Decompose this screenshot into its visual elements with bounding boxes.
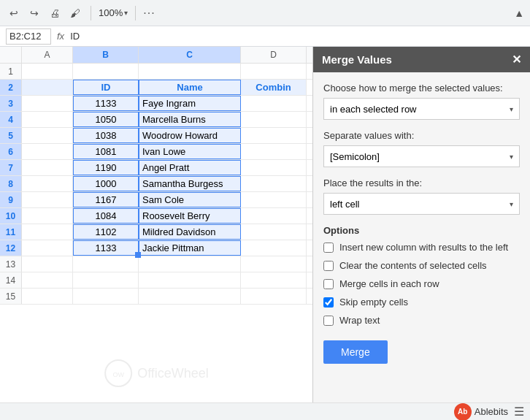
place-results-dropdown[interactable]: left cell ▾ [323,193,520,215]
cell-d15[interactable] [241,289,307,304]
merge-method-dropdown[interactable]: in each selected row ▾ [323,98,520,120]
merge-cells-label[interactable]: Merge cells in each row [339,278,439,289]
cell-d5[interactable] [241,128,307,143]
cell-a1[interactable] [22,64,73,79]
cell-d14[interactable] [241,272,307,288]
skip-empty-checkbox[interactable] [323,297,334,308]
merge-method-chevron-icon: ▾ [510,105,513,113]
paint-icon[interactable]: 🖌 [67,5,83,21]
cell-c15[interactable] [139,289,241,304]
cell-d4[interactable] [241,112,307,127]
cell-b14[interactable] [73,272,139,288]
cell-d9[interactable] [241,192,307,207]
cell-c14[interactable] [139,272,241,288]
wrap-text-label[interactable]: Wrap text [339,315,380,326]
clear-contents-label[interactable]: Clear the contents of selected cells [339,260,487,271]
cell-c12[interactable]: Jackie Pittman [139,240,241,256]
cell-b11[interactable]: 1102 [73,224,139,240]
col-header-c[interactable]: C [139,47,241,63]
cell-b1[interactable] [73,64,139,79]
cell-b15[interactable] [73,289,139,304]
cell-a4[interactable] [22,112,73,127]
cell-b6[interactable]: 1081 [73,144,139,159]
cell-c9[interactable]: Sam Cole [139,192,241,207]
insert-column-label[interactable]: Insert new column with results to the le… [339,242,508,253]
formula-bar: B2:C12 fx ID [0,26,530,47]
svg-point-0 [105,360,131,386]
panel-title: Merge Values [322,53,392,66]
main-content: A B C D 1 2 ID Name Combin [0,47,530,402]
cell-a9[interactable] [22,192,73,207]
col-header-b[interactable]: B [73,47,139,63]
merge-button[interactable]: Merge [323,340,388,364]
insert-column-checkbox[interactable] [323,243,334,253]
print-icon[interactable]: 🖨 [47,5,63,21]
cell-a15[interactable] [22,289,73,304]
collapse-icon[interactable]: ▲ [514,7,524,19]
cell-c2[interactable]: Name [139,80,241,95]
cell-a3[interactable] [22,96,73,111]
panel-close-button[interactable]: ✕ [512,53,521,66]
separator-dropdown[interactable]: [Semicolon] ▾ [323,145,520,167]
menu-icon[interactable]: ☰ [514,405,524,419]
cell-d8[interactable] [241,176,307,191]
zoom-select[interactable]: 100% ▾ [99,7,128,18]
cell-reference-box[interactable]: B2:C12 [6,28,51,45]
cell-a8[interactable] [22,176,73,191]
cell-d10[interactable] [241,208,307,224]
cell-a11[interactable] [22,224,73,240]
cell-a14[interactable] [22,272,73,288]
cell-a5[interactable] [22,128,73,143]
cell-d11[interactable] [241,224,307,240]
cell-d12[interactable] [241,240,307,256]
cell-d1[interactable] [241,64,307,79]
cell-b7[interactable]: 1190 [73,160,139,175]
cell-a7[interactable] [22,160,73,175]
cell-c5[interactable]: Woodrow Howard [139,128,241,143]
cell-c13[interactable] [139,256,241,272]
more-options-icon[interactable]: ··· [143,7,155,20]
cell-b8[interactable]: 1000 [73,176,139,191]
cell-b3[interactable]: 1133 [73,96,139,111]
skip-empty-label[interactable]: Skip empty cells [339,297,408,308]
cell-d6[interactable] [241,144,307,159]
cell-b13[interactable] [73,256,139,272]
cell-b10[interactable]: 1084 [73,208,139,224]
table-row: 4 1050 Marcella Burns [0,112,312,128]
cell-d13[interactable] [241,256,307,272]
cell-b9[interactable]: 1167 [73,192,139,207]
cell-c4[interactable]: Marcella Burns [139,112,241,127]
cell-d3[interactable] [241,96,307,111]
cell-b12[interactable]: 1133 [73,240,139,256]
col-header-a[interactable]: A [22,47,73,63]
cell-d2[interactable]: Combin [241,80,307,95]
cell-c1[interactable] [139,64,241,79]
formula-value: ID [70,31,80,42]
cell-c11[interactable]: Mildred Davidson [139,224,241,240]
cell-a2[interactable] [22,80,73,95]
cell-b5[interactable]: 1038 [73,128,139,143]
cell-c6[interactable]: Ivan Lowe [139,144,241,159]
cell-c7[interactable]: Angel Pratt [139,160,241,175]
resize-handle[interactable] [135,252,141,258]
cell-b2[interactable]: ID [73,80,139,95]
cell-a6[interactable] [22,144,73,159]
toolbar: ↩ ↪ 🖨 🖌 100% ▾ ··· ▲ [0,0,530,26]
cell-c8[interactable]: Samantha Burgess [139,176,241,191]
column-headers: A B C D [0,47,312,64]
cell-a12[interactable] [22,240,73,256]
cell-c3[interactable]: Faye Ingram [139,96,241,111]
cell-b4[interactable]: 1050 [73,112,139,127]
wrap-text-checkbox[interactable] [323,316,334,326]
redo-icon[interactable]: ↪ [26,5,42,21]
toolbar-separator [91,6,91,20]
merge-cells-checkbox[interactable] [323,279,334,289]
zoom-chevron-icon: ▾ [124,9,128,17]
cell-c10[interactable]: Roosevelt Berry [139,208,241,224]
cell-d7[interactable] [241,160,307,175]
cell-a13[interactable] [22,256,73,272]
undo-icon[interactable]: ↩ [6,5,22,21]
cell-a10[interactable] [22,208,73,224]
col-header-d[interactable]: D [241,47,307,63]
clear-contents-checkbox[interactable] [323,261,334,271]
